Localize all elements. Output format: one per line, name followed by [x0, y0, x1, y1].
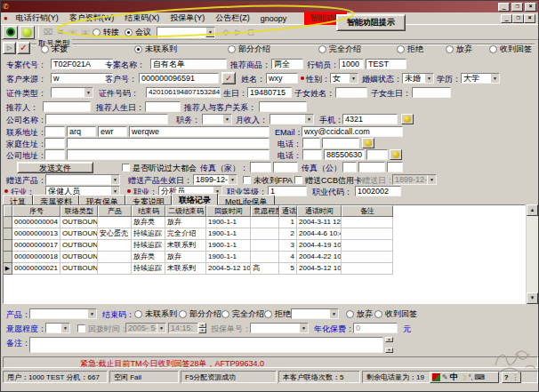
- mobile-dial-icon[interactable]: [401, 114, 414, 124]
- table-header-cell[interactable]: 意愿程度: [251, 205, 279, 217]
- mobile-field[interactable]: 4321: [342, 114, 398, 124]
- table-header-cell[interactable]: 结束码: [132, 205, 165, 217]
- table-row[interactable]: 00000000013OUTBOUND安心蛋壳持续追踪完全介绍1900-1-12…: [4, 228, 525, 240]
- scroll-down-icon[interactable]: ▼: [527, 292, 538, 304]
- referrer-relation-field[interactable]: [259, 101, 307, 112]
- table-scrollbar[interactable]: [527, 204, 538, 304]
- redial-button[interactable]: ⊳: [3, 42, 16, 54]
- product-dropdown[interactable]: ▼: [29, 308, 97, 319]
- endcode-radio-abandon[interactable]: 放弃: [346, 309, 373, 319]
- id-no-field[interactable]: 420106194807153284: [146, 87, 221, 98]
- income-dropdown[interactable]: ▼: [270, 114, 314, 124]
- table-header-cell[interactable]: 二级结束码: [165, 205, 206, 217]
- dialtype-radio-abandon[interactable]: 放弃: [446, 44, 472, 54]
- smart-dissuade-hint-button[interactable]: 智能劝阻提示: [336, 14, 406, 31]
- note-textarea[interactable]: [29, 337, 383, 353]
- endcode-radio-full[interactable]: 完全介绍: [221, 309, 264, 319]
- dialtype-radio-full[interactable]: 完全介绍: [318, 44, 361, 54]
- ime-fullwidth-moon-icon[interactable]: ☽: [460, 373, 467, 382]
- phone1-field-2[interactable]: [322, 138, 359, 148]
- occupation-code-field[interactable]: 1002002: [355, 186, 401, 196]
- endcode-radio-reject[interactable]: 拒绝: [264, 309, 291, 319]
- phone2-field-3[interactable]: [366, 149, 388, 160]
- education-dropdown[interactable]: 大学▼: [461, 73, 500, 84]
- birthday-field[interactable]: 19480715: [247, 87, 292, 98]
- premium-field[interactable]: 0: [353, 323, 398, 333]
- endcode-radio-notreached[interactable]: 未联系到: [134, 309, 177, 319]
- table-row[interactable]: 00000000017OUTBOUND持续追踪未联系到1900-1-132004…: [4, 240, 525, 252]
- ime-app-icon[interactable]: [432, 373, 440, 381]
- contact-addr-field-1[interactable]: [44, 126, 65, 137]
- gender-dropdown[interactable]: 女▼: [330, 73, 358, 84]
- endcode-radio-receipt[interactable]: 收到回签: [374, 309, 417, 319]
- close-button[interactable]: ×: [525, 3, 536, 12]
- project-name-field[interactable]: 自有名单: [150, 59, 227, 69]
- contact-addr-field-4[interactable]: werqwe: [129, 126, 270, 137]
- customer-source-field[interactable]: w: [51, 73, 113, 84]
- customer-check-button[interactable]: ✓: [221, 72, 236, 84]
- endcode-radio-partial[interactable]: 部分介绍: [179, 309, 221, 319]
- ime-softkeyboard-icon[interactable]: ⌨: [475, 373, 486, 381]
- referrer-field[interactable]: [43, 101, 91, 112]
- hold-icon[interactable]: ⌧: [43, 27, 53, 38]
- table-header-cell[interactable]: 通话次数: [279, 205, 297, 217]
- restore-button[interactable]: ❐: [511, 3, 523, 12]
- fax-home-field-1[interactable]: [250, 162, 271, 172]
- table-row[interactable]: ▶00000000021OUTBOUND持续追踪未联系到2004-5-12 10…: [4, 263, 525, 275]
- fax-office-field-3[interactable]: [387, 162, 403, 172]
- note-scroll-up-icon[interactable]: ▲: [385, 337, 393, 342]
- child-minimize-button[interactable]: _: [501, 14, 512, 23]
- play-icon[interactable]: ▷: [233, 27, 244, 38]
- project-code-field[interactable]: T02F021A: [51, 59, 113, 69]
- rec-product-field[interactable]: 两全: [271, 59, 303, 69]
- note-scroll-down-icon[interactable]: ▼: [385, 348, 393, 353]
- monitor-icon[interactable]: ◇: [221, 27, 231, 38]
- menu-item-customer-data[interactable]: 客户资料(W): [64, 12, 120, 25]
- agent-icon[interactable]: ☏: [68, 27, 78, 38]
- marital-dropdown[interactable]: 未婚▼: [402, 73, 434, 84]
- ime-pen-icon[interactable]: ✎: [442, 373, 448, 381]
- contact-addr-field-2[interactable]: arq: [67, 126, 96, 137]
- dialtype-radio-partial[interactable]: 部分介绍: [228, 44, 270, 54]
- mute-icon[interactable]: ≋: [55, 27, 66, 38]
- company-field[interactable]: [45, 114, 168, 124]
- office-addr-field-2[interactable]: [67, 149, 270, 160]
- transfer-radio[interactable]: 转接: [93, 28, 119, 37]
- office-addr-field-1[interactable]: [44, 149, 65, 160]
- conference-radio[interactable]: 会议: [125, 28, 151, 37]
- menu-item-gnoopy[interactable]: gnoopy: [255, 13, 293, 24]
- gift-date-dropdown[interactable]: 1899-12-30▼: [193, 174, 237, 185]
- child-restore-button[interactable]: ❐: [512, 14, 524, 23]
- table-header-cell[interactable]: 回拨时间: [206, 205, 251, 217]
- policy-no-field[interactable]: ▼: [250, 323, 309, 333]
- child-close-button[interactable]: ×: [524, 14, 535, 23]
- dialtype-radio-notreached[interactable]: 未联系到: [134, 44, 177, 54]
- agent-id-field[interactable]: 1000: [339, 59, 364, 69]
- dialtype-radio-receipt[interactable]: 收到回签: [489, 44, 532, 54]
- heard-metlife-checkbox[interactable]: [122, 164, 130, 172]
- name-field[interactable]: wxy: [266, 73, 298, 84]
- tab-contact-records[interactable]: 联络记录: [172, 193, 218, 205]
- table-header-cell[interactable]: 通话时间: [297, 205, 342, 217]
- extension-combobox[interactable]: ▼: [157, 27, 215, 38]
- gift-product-dropdown[interactable]: ▼: [45, 174, 120, 185]
- table-header-cell[interactable]: 产品: [98, 205, 132, 217]
- phone2-field-1[interactable]: [302, 149, 322, 160]
- phone2-field-2[interactable]: 88550630: [324, 149, 365, 160]
- record-icon[interactable]: ◻: [245, 27, 256, 38]
- dialtype-radio-reject[interactable]: 拒绝: [397, 44, 423, 54]
- id-type-dropdown[interactable]: ▼: [51, 87, 93, 98]
- ccb-checkbox[interactable]: [294, 176, 302, 184]
- scroll-up-icon[interactable]: ▲: [527, 204, 538, 216]
- hangup-button[interactable]: [20, 26, 35, 39]
- dialtype-radio-notdialed[interactable]: 未拨: [41, 44, 68, 54]
- phone2-dial-icon[interactable]: [390, 149, 402, 160]
- referrer-birth-field[interactable]: [145, 101, 181, 112]
- confirm-check-button[interactable]: ✓: [17, 42, 30, 54]
- ime-help-icon[interactable]: ?: [504, 373, 509, 381]
- dial-connect-button[interactable]: [3, 26, 18, 39]
- child-name-field[interactable]: [335, 87, 367, 98]
- table-header-cell[interactable]: 备注: [342, 205, 393, 217]
- contact-addr-field-3[interactable]: ewr: [98, 126, 127, 137]
- fax-office-field-1[interactable]: [342, 162, 357, 172]
